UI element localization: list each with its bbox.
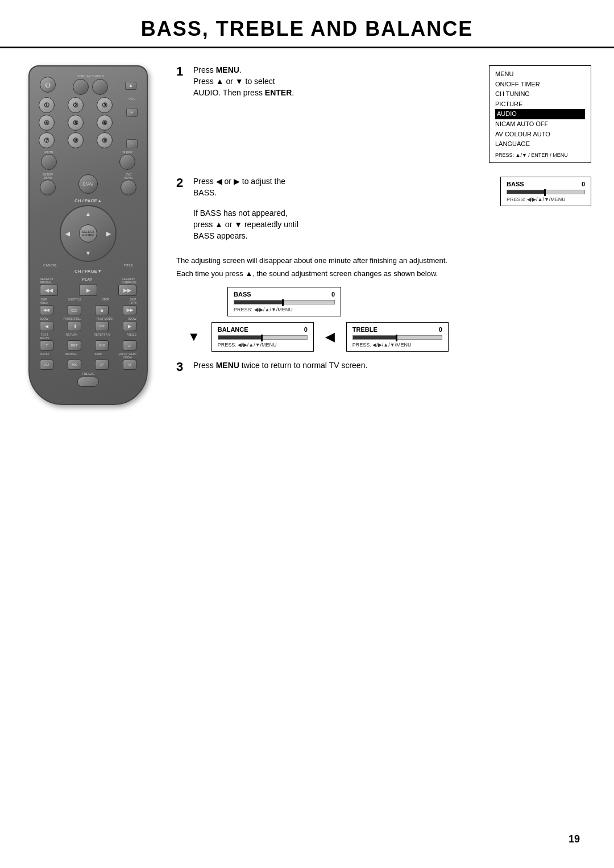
num-2-button[interactable]: ② [68, 97, 84, 113]
prev-button[interactable]: ◀◀| [40, 305, 53, 315]
step-2-line2: BASS. [193, 188, 489, 197]
fast-forward-button[interactable]: ▶▶ [118, 285, 136, 296]
nav-circle: ▲ ▼ ◀ ▶ SELECTENTER [60, 205, 117, 262]
treble-label: TREBLE [352, 326, 377, 333]
balance-label: BALANCE [218, 326, 248, 333]
nav-down-arrow[interactable]: ▼ [85, 250, 91, 256]
dvd-menu-label: DVDMENU [121, 173, 136, 180]
search-reveal-label: SEARCHREVEAL [40, 277, 53, 284]
nav-up-arrow[interactable]: ▲ [85, 211, 91, 217]
page-header: BASS, TREBLE AND BALANCE [0, 0, 614, 48]
step-2-with-diagram: Press ◀ or ▶ to adjust the BASS. If BASS… [193, 177, 591, 243]
num-8-button[interactable]: ⑧ [68, 132, 84, 148]
step-3: 3 Press MENU twice to return to normal T… [176, 361, 591, 373]
balance-value: 0 [304, 326, 308, 333]
num-1-button[interactable]: ① [39, 97, 55, 113]
av-button[interactable]: 0/AV [78, 174, 98, 194]
audio-button[interactable]: AU [40, 360, 53, 370]
tv-dvd-button[interactable] [92, 79, 108, 95]
step-1-number: 1 [176, 65, 188, 78]
search-subpage-label: SEARCHSUBPAGE [122, 277, 136, 284]
bass-bar [507, 190, 585, 194]
menu-item-on-off-timer: ON/OFF TIMER [495, 80, 585, 90]
bass-label: BASS [507, 181, 524, 187]
subtitle-button[interactable]: CC [68, 305, 81, 315]
play-button[interactable]: ▶ [79, 285, 97, 296]
display-label: DISPLAY TV/DVD [73, 74, 108, 78]
menu-bold: MENU [216, 65, 239, 74]
bass-bar-fill [507, 190, 546, 194]
text-mix-tv-button[interactable]: T [40, 340, 53, 350]
balance-treble-row: ▼ BALANCE 0 PRESS: ◀/▶/▲/▼/MENU ◀ [188, 322, 591, 352]
step-2-number: 2 [176, 177, 188, 189]
menu-item-av-colour: AV COLOUR AUTO [495, 130, 585, 140]
step-1-line2: Press ▲ or ▼ to select [193, 77, 478, 86]
num-7-button[interactable]: ⑦ [39, 132, 55, 148]
play-mode-button[interactable]: PM [95, 321, 109, 331]
dvd-menu-button[interactable] [121, 180, 136, 195]
main-content: ⏻ DISPLAY TV/DVD ▲ ① ② ③ [0, 65, 614, 405]
cancel-label: CANCEL [43, 264, 57, 267]
return-button[interactable]: RET [68, 340, 81, 350]
bass-level-diagram: BASS 0 PRESS: ◀/▶/▲/▼/MENU [500, 177, 591, 206]
page-title: BASS, TREBLE AND BALANCE [34, 17, 580, 41]
balance-bar [218, 335, 308, 340]
select-enter-button[interactable]: SELECTENTER [79, 224, 97, 243]
mute-label: MUTE [41, 151, 57, 154]
eject-button[interactable]: ▲ [125, 82, 136, 90]
bass-to-balance-row: BASS 0 PRESS: ◀/▶/▲/▼/MENU [188, 287, 591, 316]
menu-item-audio: AUDIO [495, 109, 585, 119]
angle-button[interactable]: ∠ [123, 340, 136, 350]
treble-bar [352, 335, 442, 340]
note-adjust: The adjusting screen will disappear abou… [176, 256, 591, 265]
num-4-button[interactable]: ④ [39, 115, 55, 131]
arrow-down-left: ▼ [188, 329, 200, 344]
stop-button[interactable]: ■ [95, 305, 109, 315]
step-1-line1: Press MENU. [193, 65, 478, 74]
setup-menu-button[interactable] [40, 180, 56, 195]
arrow-right: ◀ [325, 329, 335, 344]
treble-diagram: TREBLE 0 PRESS: ◀/▶/▲/▼/MENU [346, 322, 449, 352]
remote-body: ⏻ DISPLAY TV/DVD ▲ ① ② ③ [28, 65, 148, 405]
play-label: PLAY [82, 277, 92, 284]
num-6-button[interactable]: ⑥ [97, 115, 113, 131]
freeze-button[interactable] [77, 377, 99, 387]
step-2-text: Press ◀ or ▶ to adjust the BASS. If BASS… [193, 177, 489, 243]
repeat-ab-button[interactable]: A-B [95, 340, 109, 350]
num-5-button[interactable]: ⑤ [68, 115, 84, 131]
menu-bold-3: MENU [216, 361, 239, 370]
nav-left-arrow[interactable]: ◀ [65, 231, 70, 237]
display-button[interactable] [73, 79, 89, 95]
step-3-line1: Press MENU twice to return to normal TV … [193, 361, 591, 370]
power-button[interactable]: ⏻ [40, 77, 56, 93]
slow-left-button[interactable]: ◀ [40, 321, 53, 331]
sleep-button[interactable] [119, 154, 135, 170]
vol-down-button[interactable]: − [126, 139, 138, 148]
pause-button[interactable]: ⏸ [68, 321, 81, 331]
step-2-line1: Press ◀ or ▶ to adjust the [193, 177, 489, 186]
menu-nav-hint: PRESS: ▲/▼ / ENTER / MENU [495, 151, 585, 159]
title-label: TITLE [124, 264, 133, 267]
next-button[interactable]: |▶▶ [123, 305, 136, 315]
vol-up-button[interactable]: + [126, 108, 138, 117]
step-1: 1 Press MENU. Press ▲ or ▼ to select AUD… [176, 65, 591, 163]
slow-right-button[interactable]: ▶ [123, 321, 136, 331]
page-number: 19 [569, 833, 580, 845]
bass-diagram-2: BASS 0 PRESS: ◀/▶/▲/▼/MENU [227, 287, 341, 316]
num-9-button[interactable]: ⑨ [97, 132, 113, 148]
marker-button[interactable]: MK [68, 360, 81, 370]
bass-bar-2 [234, 300, 335, 304]
step-2-note3: BASS appears. [193, 231, 489, 240]
step-1-text: Press MENU. Press ▲ or ▼ to select AUDIO… [193, 65, 478, 99]
freeze-label: FREEZE [40, 372, 136, 375]
balance-diagram: BALANCE 0 PRESS: ◀/▶/▲/▼/MENU [211, 322, 314, 352]
jump-button[interactable]: JP [95, 360, 109, 370]
screen-transition-area: BASS 0 PRESS: ◀/▶/▲/▼/MENU ▼ [188, 287, 591, 352]
rewind-button[interactable]: ◀◀ [40, 285, 58, 296]
sleep-label: SLEEP [119, 151, 135, 154]
quick-zoom-button[interactable]: Q [123, 360, 136, 370]
num-3-button[interactable]: ③ [97, 97, 113, 113]
menu-item-language: LANGUAGE [495, 139, 585, 149]
mute-button[interactable] [41, 154, 57, 170]
nav-right-arrow[interactable]: ▶ [106, 231, 111, 237]
